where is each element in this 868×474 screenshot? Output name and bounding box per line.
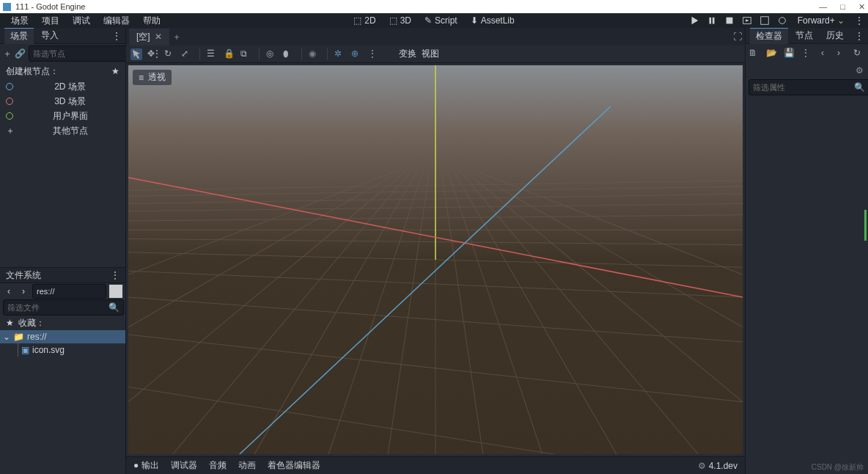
distraction-free-icon[interactable]: ⛶ [733, 32, 742, 42]
viewport-toolbar: ✥ ↻ ⤢ ☰ 🔒 ⧉ ◎ ⬮ ◉ ✲ ⊕ ⋮ 变换 视图 [126, 45, 745, 63]
view-menu[interactable]: 视图 [422, 48, 439, 60]
move-tool[interactable]: ✥ [147, 48, 159, 60]
svg-line-21 [254, 170, 418, 454]
svg-line-30 [473, 170, 743, 275]
create-root-label: 创建根节点： ★ [0, 63, 125, 79]
menu-editor[interactable]: 编辑器 [97, 13, 136, 29]
menu-project[interactable]: 项目 [35, 13, 66, 29]
select-tool[interactable] [130, 48, 142, 60]
mode-2d[interactable]: ⬚2D [347, 14, 381, 27]
path-box[interactable]: res:// [32, 284, 106, 299]
scene-tabs: [空] ✕ ＋ ⛶ [126, 28, 745, 45]
audio-tab[interactable]: 音频 [209, 459, 227, 472]
inspector-options[interactable]: ⋮ [801, 48, 813, 59]
pause-icon[interactable] [707, 15, 717, 26]
perspective-button[interactable]: ≡透视 [133, 70, 172, 85]
window-title: 111 - Godot Engine [15, 2, 85, 11]
scene-tab-empty[interactable]: [空] ✕ [129, 29, 169, 45]
rotate-tool[interactable]: ↻ [164, 48, 176, 60]
maximize-button[interactable]: □ [840, 2, 845, 12]
snap-grid-tool[interactable]: ✲ [334, 48, 346, 60]
play-icon[interactable] [689, 15, 699, 26]
lock-tool[interactable]: 🔒 [224, 48, 235, 60]
close-button[interactable]: ✕ [858, 2, 865, 12]
new-tab-button[interactable]: ＋ [171, 31, 183, 43]
create-2d-scene[interactable]: 2D 场景 [0, 79, 125, 94]
debugger-tab[interactable]: 调试器 [171, 459, 197, 472]
scene-panel-header: 场景 导入 ⋮ [0, 28, 125, 44]
tab-node[interactable]: 节点 [790, 28, 819, 43]
scene-search-input[interactable] [33, 49, 134, 58]
menu-help[interactable]: 帮助 [136, 13, 167, 29]
shader-tab[interactable]: 着色器编辑器 [268, 459, 320, 472]
object-menu-icon[interactable]: ⚙ [856, 65, 864, 76]
menu-scene[interactable]: 场景 [4, 13, 35, 29]
tab-history[interactable]: 历史 [820, 28, 850, 43]
file-filter-input[interactable] [7, 303, 108, 312]
play-scene-icon[interactable] [742, 15, 752, 26]
svg-point-3 [779, 18, 785, 24]
mode-assetlib[interactable]: ⬇AssetLib [465, 14, 521, 27]
save-resource-icon[interactable]: 💾 [784, 48, 795, 59]
main-menubar: 场景 项目 调试 编辑器 帮助 ⬚2D ⬚3D ✎Script ⬇AssetLi… [0, 13, 868, 28]
minimize-button[interactable]: — [819, 2, 827, 12]
history-forward-icon[interactable]: › [837, 48, 849, 59]
play-custom-icon[interactable] [760, 15, 770, 26]
add-node-button[interactable]: ＋ [3, 47, 12, 60]
animation-tab[interactable]: 动画 [238, 459, 256, 472]
load-resource-icon[interactable]: 📂 [766, 48, 778, 59]
tab-inspector[interactable]: 检查器 [750, 28, 788, 44]
split-mode-button[interactable] [109, 285, 122, 298]
create-3d-scene[interactable]: 3D 场景 [0, 94, 125, 109]
file-filter[interactable]: 🔍 [3, 299, 124, 316]
svg-line-17 [388, 170, 430, 454]
filesystem-menu[interactable]: ⋮ [111, 270, 119, 280]
scale-tool[interactable]: ⤢ [181, 48, 193, 60]
svg-line-22 [453, 170, 617, 454]
renderer-select[interactable]: Forward+ ⌄ [795, 15, 847, 26]
fs-root[interactable]: ⌄ 📁 res:// [0, 330, 125, 343]
fs-file-icon[interactable]: ▣ icon.svg [0, 343, 125, 357]
instance-scene-button[interactable]: 🔗 [15, 47, 26, 60]
nav-forward[interactable]: › [18, 285, 29, 297]
list-select-tool[interactable]: ☰ [207, 48, 218, 60]
svg-rect-0 [726, 18, 732, 24]
close-tab-icon[interactable]: ✕ [155, 32, 162, 42]
collapse-icon[interactable]: ⌄ [3, 332, 10, 342]
tab-import[interactable]: 导入 [35, 28, 65, 43]
nav-back[interactable]: ‹ [3, 285, 15, 297]
svg-line-18 [441, 170, 483, 454]
new-resource-icon[interactable]: 🗎 [749, 48, 760, 59]
viewport-3d[interactable]: ≡透视 [128, 65, 743, 454]
local-space-tool[interactable]: ⬮ [283, 48, 295, 60]
inspector-menu[interactable]: ⋮ [855, 31, 864, 41]
ruler-tool[interactable]: ◎ [266, 48, 278, 60]
history-list-icon[interactable]: ↻ [853, 48, 865, 59]
create-ui-scene[interactable]: 用户界面 [0, 109, 125, 123]
app-icon [3, 3, 11, 11]
mode-script[interactable]: ✎Script [419, 14, 463, 27]
snap-tool[interactable]: ◉ [309, 48, 320, 60]
tab-scene[interactable]: 场景 [4, 28, 34, 44]
output-tab[interactable]: 输出 [133, 459, 159, 472]
toolbar-more[interactable]: ⋮ [368, 48, 380, 60]
create-other-node[interactable]: ＋其他节点 [0, 123, 125, 138]
menu-dots[interactable]: ⋮ [855, 15, 864, 26]
menu-debug[interactable]: 调试 [66, 13, 97, 29]
favorite-icon[interactable]: ★ [111, 66, 119, 76]
search-icon: 🔍 [108, 302, 119, 313]
mode-3d[interactable]: ⬚3D [383, 14, 417, 27]
stop-icon[interactable] [724, 15, 735, 26]
snap-global-tool[interactable]: ⊕ [351, 48, 363, 60]
update-spinner [864, 210, 867, 241]
property-filter[interactable]: 🔍 [749, 79, 868, 95]
window-titlebar: 111 - Godot Engine — □ ✕ [0, 0, 868, 13]
property-filter-input[interactable] [753, 83, 854, 92]
group-tool[interactable]: ⧉ [240, 48, 252, 60]
movie-icon[interactable] [777, 15, 787, 26]
history-back-icon[interactable]: ‹ [821, 48, 833, 59]
scene-panel-menu[interactable]: ⋮ [112, 31, 121, 41]
inspector-header: 检查器 节点 历史 ⋮ [746, 28, 868, 44]
svg-line-27 [128, 170, 402, 327]
transform-menu[interactable]: 变换 [399, 48, 416, 60]
